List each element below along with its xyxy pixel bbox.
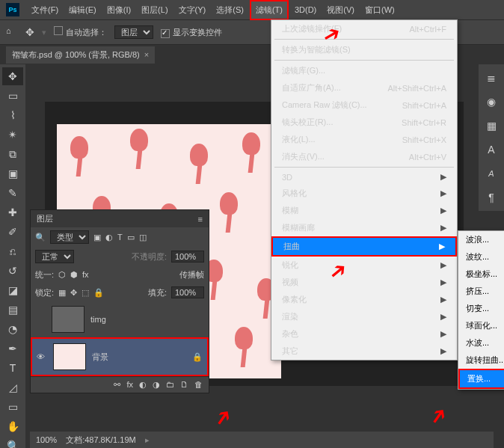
layers-panel-icon[interactable]: ≣ (481, 69, 502, 87)
paragraph-panel-icon[interactable]: A (481, 165, 502, 182)
type-tool[interactable]: T (2, 359, 23, 377)
menu-adaptive-wide[interactable]: 自适应广角(A)...Alt+Shift+Ctrl+A (271, 79, 457, 96)
lock-all-icon[interactable]: 🔒 (93, 288, 104, 298)
close-tab-icon[interactable]: × (144, 50, 149, 59)
marquee-tool[interactable]: ▭ (2, 87, 23, 105)
zoom-tool[interactable]: 🔍 (2, 437, 23, 448)
color-panel-icon[interactable]: ◉ (481, 93, 502, 111)
frame-tool[interactable]: ▣ (2, 165, 23, 182)
menu-file[interactable]: 文件(F) (27, 1, 63, 19)
layer-item[interactable]: timg (31, 301, 209, 337)
submenu-displace[interactable]: 置换... (458, 369, 504, 389)
menu-last-filter[interactable]: 上次滤镜操作(F)Alt+Ctrl+F (271, 20, 457, 37)
menu-filter-gallery[interactable]: 滤镜库(G)... (271, 62, 457, 79)
menu-noise[interactable]: 杂色▶ (271, 325, 457, 343)
eyedropper-tool[interactable]: ✎ (2, 184, 23, 202)
new-layer-icon[interactable]: 🗋 (180, 380, 188, 390)
menu-sharpen[interactable]: 锐化▶ (271, 257, 457, 274)
link-layers-icon[interactable]: ⚯ (114, 380, 120, 390)
filter-image-icon[interactable]: ▣ (93, 233, 101, 242)
lasso-tool[interactable]: ⌇ (2, 106, 23, 124)
fill-input[interactable] (171, 286, 204, 298)
menu-select[interactable]: 选择(S) (212, 1, 248, 19)
move-tool[interactable]: ✥ (2, 67, 23, 85)
submenu-pinch[interactable]: 挤压... (458, 283, 504, 300)
eraser-tool[interactable]: ◪ (2, 281, 23, 299)
path-tool[interactable]: ◿ (2, 378, 23, 396)
delete-layer-icon[interactable]: 🗑 (194, 380, 203, 390)
menu-vanishing-point[interactable]: 消失点(V)...Alt+Ctrl+V (271, 148, 457, 165)
stamp-tool[interactable]: ⎌ (2, 242, 23, 260)
document-tab[interactable]: 褶皱布.psd @ 100% (背景, RGB/8) × (6, 46, 155, 64)
menu-layer[interactable]: 图层(L) (137, 1, 172, 19)
menu-video[interactable]: 视频▶ (271, 274, 457, 291)
submenu-polar[interactable]: 极坐标... (458, 266, 504, 283)
auto-select-target[interactable]: 图层 (114, 25, 153, 39)
menu-window[interactable]: 窗口(W) (360, 1, 399, 19)
group-icon[interactable]: 🗀 (166, 380, 174, 390)
filter-adjust-icon[interactable]: ◐ (105, 233, 113, 242)
crop-tool[interactable]: ⧉ (2, 145, 23, 163)
filter-type-icon[interactable]: T (117, 233, 123, 242)
menu-edit[interactable]: 编辑(E) (64, 1, 101, 19)
layer-filter-kind[interactable]: 类型 (50, 230, 89, 244)
visibility-toggle[interactable]: 👁 (37, 352, 47, 361)
menu-liquify[interactable]: 液化(L)...Shift+Ctrl+X (271, 131, 457, 148)
submenu-zigzag[interactable]: 水波... (458, 334, 504, 352)
show-transform-checkbox[interactable] (161, 29, 170, 38)
character-panel-icon[interactable]: A (481, 141, 502, 159)
menu-3d[interactable]: 3D(D) (290, 2, 321, 17)
layer-name[interactable]: timg (90, 315, 106, 324)
show-transform-label: 显示变换控件 (173, 28, 222, 37)
menu-image[interactable]: 图像(I) (102, 1, 135, 19)
menu-stylize[interactable]: 风格化▶ (271, 185, 457, 202)
wand-tool[interactable]: ✴ (2, 126, 23, 144)
menu-blur-gallery[interactable]: 模糊画廊▶ (271, 219, 457, 236)
lock-artboard-icon[interactable]: ⬚ (82, 288, 89, 298)
opacity-input[interactable] (171, 251, 204, 263)
zoom-level[interactable]: 100% (36, 435, 57, 444)
menu-lens-correction[interactable]: 镜头校正(R)...Shift+Ctrl+R (271, 114, 457, 131)
blend-mode-select[interactable]: 正常 (35, 250, 74, 263)
submenu-twirl[interactable]: 旋转扭曲... (458, 352, 504, 369)
menu-blur[interactable]: 模糊▶ (271, 202, 457, 219)
submenu-ripple[interactable]: 波纹... (458, 248, 504, 266)
lock-position-icon[interactable]: ✥ (70, 288, 77, 298)
hand-tool[interactable]: ✋ (2, 417, 23, 435)
menu-render[interactable]: 渲染▶ (271, 308, 457, 325)
history-brush-tool[interactable]: ↺ (2, 262, 23, 280)
menu-distort[interactable]: 扭曲▶ (271, 236, 457, 257)
fx-icon[interactable]: fx (126, 380, 133, 390)
menu-filter[interactable]: 滤镜(T) (250, 0, 289, 20)
panel-menu-icon[interactable]: ≡ (198, 215, 203, 224)
brush-tool[interactable]: ✐ (2, 223, 23, 241)
gradient-tool[interactable]: ▤ (2, 301, 23, 319)
submenu-shear[interactable]: 切变... (458, 300, 504, 317)
submenu-wave[interactable]: 波浪... (458, 231, 504, 248)
menu-other[interactable]: 其它▶ (271, 343, 457, 360)
filter-smart-icon[interactable]: ◫ (139, 233, 147, 242)
layers-panel: 图层≡ 🔍 类型 ▣ ◐ T ▭ ◫ 正常 不透明度: 统一: ⬡⬢fx 传播帧… (30, 209, 209, 393)
submenu-spherize[interactable]: 球面化... (458, 317, 504, 334)
menu-camera-raw[interactable]: Camera Raw 滤镜(C)...Shift+Ctrl+A (271, 96, 457, 114)
blur-tool[interactable]: ◔ (2, 320, 23, 338)
menu-convert-smart[interactable]: 转换为智能滤镜(S) (271, 41, 457, 58)
ps-logo-icon: Ps (6, 3, 19, 16)
mask-icon[interactable]: ◐ (139, 380, 147, 390)
auto-select-checkbox[interactable] (54, 26, 63, 35)
layer-item-background[interactable]: 👁 背景 🔒 (31, 337, 209, 376)
swatches-panel-icon[interactable]: ▦ (481, 117, 502, 135)
menu-3d[interactable]: 3D▶ (271, 169, 457, 185)
layer-name[interactable]: 背景 (92, 352, 108, 363)
lock-pixels-icon[interactable]: ▦ (58, 288, 66, 298)
adjustment-icon[interactable]: ◑ (153, 380, 160, 390)
shape-tool[interactable]: ▭ (2, 398, 23, 416)
menu-view[interactable]: 视图(V) (322, 1, 359, 19)
pen-tool[interactable]: ✒ (2, 340, 23, 358)
styles-panel-icon[interactable]: ¶ (481, 188, 502, 206)
menu-pixelate[interactable]: 像素化▶ (271, 291, 457, 308)
filter-shape-icon[interactable]: ▭ (127, 233, 135, 242)
home-icon[interactable]: ⌂ (6, 26, 18, 38)
menu-type[interactable]: 文字(Y) (174, 1, 211, 19)
heal-tool[interactable]: ✚ (2, 203, 23, 221)
